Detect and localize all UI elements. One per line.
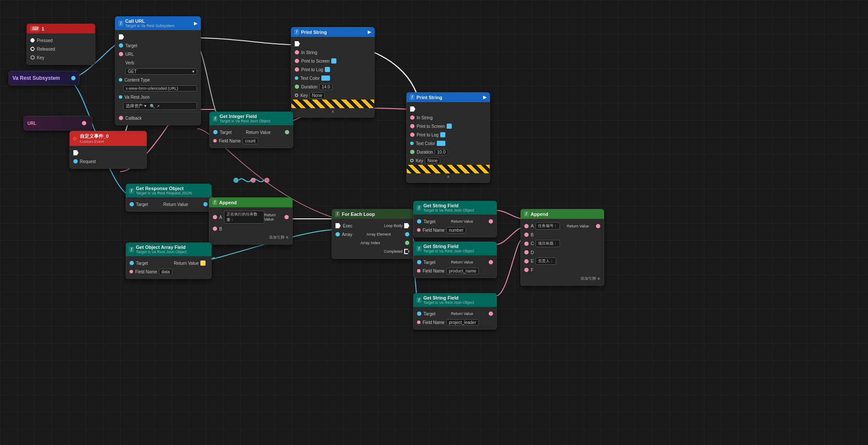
- pressed-label: Pressed: [37, 38, 53, 43]
- callback-row: Callback: [115, 114, 200, 122]
- ps1-in-string-label: In String: [301, 50, 317, 55]
- call-url-verb-label: Verb: [125, 61, 134, 65]
- app1-a-pin: [213, 215, 217, 219]
- gsf1-field-name-field[interactable]: number: [446, 227, 466, 233]
- gsf2-field-name-field[interactable]: product_name: [446, 268, 479, 274]
- ps1-text-color-row: Text Color: [291, 74, 374, 82]
- get-integer-field-title-block: Get Integer Field Target is Va Rest Json…: [220, 114, 270, 123]
- va-rest-json-select[interactable]: 选择资产 ▾ 🔍 ↗: [115, 101, 200, 111]
- gsf1-field-name-pin: [417, 228, 420, 232]
- ps1-print-screen-checkbox[interactable]: [331, 58, 336, 64]
- call-url-verb-select[interactable]: GET ▾: [115, 67, 200, 76]
- app2-f-pin: [524, 268, 529, 272]
- get-string-field-3-node: f Get String Field Target is Va Rest Jso…: [413, 293, 497, 330]
- gif-target-label: Target: [220, 130, 232, 135]
- app2-a-field[interactable]: 任务编号：: [535, 222, 560, 230]
- verb-dropdown[interactable]: GET ▾: [125, 68, 197, 75]
- request-row: Request: [70, 157, 146, 166]
- call-url-header: f Call URL Target is Va Rest Subsystem ▶: [115, 16, 201, 30]
- ps2-print-screen-checkbox[interactable]: [447, 124, 452, 129]
- app2-add-pin-row[interactable]: 添加引脚 ⊕: [521, 274, 604, 283]
- gsf2-field-name-pin: [417, 269, 420, 272]
- ps1-key-field[interactable]: None: [309, 92, 325, 99]
- ps1-print-log-checkbox[interactable]: [325, 67, 330, 72]
- get-string-field-1-body: Target Return Value Field Name number: [413, 215, 497, 237]
- va-rest-json-value: 选择资产 ▾: [126, 103, 146, 109]
- ps2-key-field[interactable]: None: [425, 157, 440, 164]
- get-string-field-2-subtitle: Target is Va Rest Json Object: [423, 249, 474, 253]
- app1-add-pin-row[interactable]: 添加引脚 ⊕: [209, 233, 292, 242]
- fel-exec-in-pin: [336, 223, 341, 228]
- app2-e-field[interactable]: 负责人：: [535, 257, 556, 265]
- ps1-key-label: Key: [300, 93, 308, 98]
- fel-loop-body-pin: [404, 223, 409, 228]
- app1-add-pin-btn[interactable]: 添加引脚 ⊕: [269, 235, 289, 240]
- app1-a-field[interactable]: 正在执行的任务数量：: [224, 211, 264, 224]
- va-rest-subsystem-row: Va Rest Subsystem: [9, 74, 79, 82]
- gsf3-field-name-field[interactable]: project_leader: [446, 319, 478, 326]
- fel-array-row: Array Array Element: [332, 230, 413, 239]
- append-2-body: A 任务编号： Return Value B C 项目标题： D E 负责人： …: [520, 219, 604, 286]
- ps1-print-log-row: Print to Log: [291, 65, 374, 74]
- gif-field-name-field[interactable]: count: [242, 138, 258, 144]
- app2-c-field[interactable]: 项目标题：: [535, 240, 560, 247]
- custom-event-node: ◇ 自定义事件_0 Custom Event Request: [70, 131, 147, 169]
- content-type-pin: [119, 78, 122, 82]
- ps2-print-log-checkbox[interactable]: [440, 132, 445, 137]
- print-string-1-func-icon: f: [294, 29, 299, 35]
- content-type-row: Content Type: [115, 76, 200, 84]
- svg-point-2: [264, 178, 269, 183]
- ps1-duration-row: Duration 14.0: [291, 82, 374, 91]
- va-rest-json-row: Va Rest Json: [115, 93, 200, 101]
- custom-event-title-block: 自定义事件_0 Custom Event: [80, 133, 109, 144]
- ps1-print-log-pin: [295, 67, 299, 72]
- ps2-duration-field[interactable]: 10.0: [435, 149, 448, 155]
- va-rest-subsystem-out-pin: [71, 76, 76, 80]
- ps2-duration-row: Duration 10.0: [407, 148, 490, 156]
- goaf-field-name-field[interactable]: data: [159, 269, 172, 275]
- get-object-array-field-func-icon: f: [129, 247, 134, 252]
- url-label: URL: [27, 121, 36, 126]
- goaf-target-pin: [130, 261, 134, 265]
- append-1-title: Append: [219, 200, 237, 205]
- app2-a-pin: [524, 224, 529, 228]
- for-each-loop-body: Exec Loop Body Array Array Element Array…: [332, 219, 413, 259]
- released-row: Released: [27, 45, 95, 53]
- ps2-chevron: ∧: [407, 173, 490, 180]
- app1-b-row: B: [209, 224, 292, 233]
- ps2-color-swatch[interactable]: [437, 141, 445, 146]
- gsf2-return-label: Return Value: [451, 260, 473, 264]
- append-2-header: f Append: [520, 209, 604, 219]
- get-response-object-title: Get Response Object: [136, 186, 192, 191]
- append-1-body: A 正在执行的任务数量： Return Value B 添加引脚 ⊕: [209, 207, 293, 245]
- app2-d-label: D: [531, 250, 534, 255]
- get-response-object-title-block: Get Response Object Target is Va Rest Re…: [136, 186, 192, 195]
- app2-f-label: F: [531, 268, 533, 272]
- custom-event-body: Request: [70, 146, 147, 169]
- ps1-duration-field[interactable]: 14.0: [319, 84, 333, 90]
- call-url-title-block: Call URL Target is Va Rest Subsystem: [125, 18, 175, 28]
- content-type-dropdown[interactable]: x-www-form-urlencoded (URL): [123, 85, 197, 91]
- released-label: Released: [37, 47, 55, 51]
- ps1-duration-pin: [295, 85, 299, 89]
- get-string-field-2-title: Get String Field: [423, 244, 474, 249]
- ps2-text-color-row: Text Color: [407, 139, 490, 148]
- get-response-object-header: f Get Response Object Target is Va Rest …: [126, 184, 212, 197]
- append-2-title: Append: [531, 212, 548, 217]
- goaf-return-pin: [200, 260, 206, 266]
- gsf1-field-name-label: Field Name: [423, 228, 445, 233]
- app2-c-label: C: [531, 241, 534, 246]
- content-type-select[interactable]: x-www-form-urlencoded (URL): [115, 84, 200, 93]
- fel-loop-body-label: Loop Body: [384, 224, 402, 228]
- ps2-print-log-pin: [410, 133, 414, 137]
- va-rest-json-dropdown[interactable]: 选择资产 ▾ 🔍 ↗: [123, 102, 197, 110]
- print-string-1-exec-out: ▶: [368, 29, 371, 35]
- ps1-chevron: ∧: [291, 108, 374, 115]
- app2-a-label: A: [531, 224, 534, 228]
- ps1-color-swatch[interactable]: [321, 76, 330, 81]
- call-url-subtitle: Target is Va Rest Subsystem: [125, 24, 175, 28]
- gif-target-pin: [213, 130, 218, 134]
- get-object-array-field-header: f Get Object Array Field Target is Va Re…: [126, 242, 212, 256]
- app2-add-pin-btn[interactable]: 添加引脚 ⊕: [581, 276, 600, 282]
- svg-point-1: [251, 178, 256, 183]
